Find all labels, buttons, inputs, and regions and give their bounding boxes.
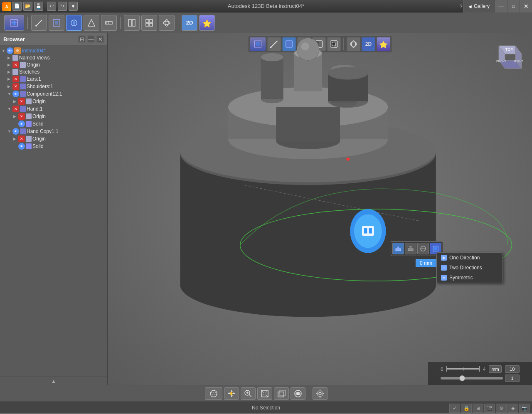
nav-orbit-btn[interactable] (205, 387, 222, 400)
tree-label-ears: Ears:1 (27, 76, 41, 82)
ears-box-icon (20, 76, 26, 82)
modify-btn[interactable] (66, 15, 82, 31)
tree-expand-handcopy1[interactable]: ▼ (7, 129, 12, 133)
measure-btn[interactable] (101, 15, 117, 31)
svg-marker-67 (397, 246, 400, 249)
material-icon[interactable]: ◈ (507, 404, 518, 413)
file-new-icon[interactable]: 📄 (12, 2, 22, 11)
bottom-toolbar: ✋ (0, 385, 532, 402)
view-home-btn[interactable] (4, 15, 24, 31)
tree-expand-comp12-origin[interactable]: ▶ (13, 99, 18, 104)
tree-expand-root[interactable]: ▼ (2, 49, 7, 53)
tree-item-handcopy1[interactable]: ▼ 👁 Hand Copy1:1 (0, 128, 107, 135)
gallery-tab[interactable]: ◀ Gallery (463, 0, 495, 12)
tree-item-hand1-solid[interactable]: 👁 Solid (0, 120, 107, 128)
tree-expand-named-views[interactable]: ▶ (7, 56, 12, 60)
tree-expand-hand1[interactable]: ▼ (7, 107, 12, 111)
tree-expand-sketches[interactable]: ▶ (7, 70, 12, 74)
tree-expand-hand1-origin[interactable]: ▶ (13, 114, 18, 118)
tree-label-handcopy1: Hand Copy1:1 (27, 128, 59, 134)
value-display: 0 mm (420, 260, 432, 266)
close-button[interactable]: ✕ (520, 0, 532, 12)
tree-item-shoulders[interactable]: ▶ ✕ Shoulders:1 (0, 83, 107, 90)
check-icon[interactable]: ✓ (449, 404, 460, 413)
construct-btn[interactable] (49, 15, 64, 31)
tree-item-ears[interactable]: ▶ ✕ Ears:1 (0, 75, 107, 83)
one-direction-option[interactable]: ▶ One Direction (437, 253, 502, 263)
2d-view-btn[interactable]: 2D (182, 15, 197, 31)
tree-item-component12[interactable]: ▼ 👁 Component12:1 (0, 90, 107, 98)
viewport[interactable]: 2D (108, 33, 532, 385)
snap-options-btn[interactable] (313, 387, 328, 400)
tree-item-root[interactable]: ▼ 👁 ⚙ instruct04* (0, 47, 107, 54)
tree-expand-origin[interactable]: ▶ (7, 63, 12, 67)
tree-expand-component12[interactable]: ▼ (7, 92, 12, 96)
svg-line-91 (261, 394, 264, 397)
browser-collapse-icon[interactable]: — (87, 35, 95, 43)
svg-rect-93 (278, 392, 284, 397)
browser-title: Browser (3, 36, 25, 42)
tree-expand-handcopy1-origin[interactable]: ▶ (13, 137, 18, 141)
redo-icon[interactable]: ↪ (58, 2, 67, 11)
svg-rect-64 (364, 228, 367, 233)
tree-item-handcopy1-origin[interactable]: ▶ ✕ Origin (0, 135, 107, 143)
symmetric-option[interactable]: ⇔ Symmetric (437, 273, 502, 283)
nav-box-btn[interactable] (274, 387, 289, 400)
svg-point-82 (210, 392, 217, 395)
orbit-btn[interactable] (159, 15, 175, 31)
status-icon1[interactable]: 📷 (519, 404, 530, 413)
browser-header: Browser ⊞ — ✕ (0, 33, 107, 45)
tree-item-hand1[interactable]: ▼ ✕ Hand:1 (0, 105, 107, 113)
root-icon: ⚙ (14, 47, 21, 54)
svg-point-51 (301, 42, 309, 50)
nav-look-btn[interactable] (291, 387, 305, 400)
tree-item-sketches[interactable]: ▶ Sketches (0, 69, 107, 75)
view-split-btn[interactable] (124, 15, 140, 31)
two-directions-option[interactable]: ↔ Two Directions (437, 263, 502, 273)
file-open-icon[interactable]: 📂 (23, 2, 32, 11)
zoom-value-display: 1 (505, 375, 520, 382)
svg-rect-13 (132, 20, 135, 26)
tree-item-named-views[interactable]: ▶ Named Views (0, 54, 107, 61)
symmetric-icon: ⇔ (441, 275, 447, 281)
zoom-slider-handle[interactable] (459, 375, 465, 381)
extrude-value-input[interactable]: 0 mm (416, 259, 436, 267)
tree-item-hand1-origin[interactable]: ▶ ✕ Origin (0, 113, 107, 120)
tree-expand-shoulders[interactable]: ▶ (7, 84, 12, 89)
pattern-btn[interactable] (84, 15, 99, 31)
view-quad-btn[interactable] (141, 15, 157, 31)
svg-point-19 (165, 20, 168, 26)
minimize-button[interactable]: — (495, 0, 507, 12)
hand1-origin-folder-icon (26, 113, 32, 119)
browser-grid-icon[interactable]: ⊞ (78, 35, 86, 43)
nav-zoom-btn[interactable] (241, 387, 256, 400)
grid-icon[interactable]: ⊞ (473, 404, 483, 413)
svg-rect-16 (146, 23, 149, 26)
maximize-button[interactable]: □ (507, 0, 520, 12)
nav-pan-btn[interactable]: ✋ (224, 387, 239, 400)
tree-item-handcopy1-solid[interactable]: 👁 Solid (0, 143, 107, 150)
extrude-subtract-btn[interactable] (405, 243, 416, 254)
view-cube[interactable]: TOP FRONT RIGHT (486, 37, 528, 79)
svg-line-92 (266, 394, 268, 397)
settings-icon[interactable]: ⚙ (496, 404, 507, 413)
tree-expand-ears[interactable]: ▶ (7, 77, 12, 81)
zoom-slider[interactable] (441, 377, 503, 380)
ruler-scale-bar (446, 368, 480, 370)
browser-close-icon[interactable]: ✕ (96, 35, 104, 43)
extrude-type-btn[interactable] (392, 243, 404, 254)
undo-icon[interactable]: ↩ (47, 2, 56, 11)
scene-icon[interactable]: 🎬 (484, 404, 495, 413)
one-direction-label: One Direction (449, 255, 480, 261)
lock-icon[interactable]: 🔒 (461, 404, 472, 413)
svg-line-4 (36, 20, 42, 26)
more-icon[interactable]: ▼ (69, 2, 78, 11)
tree-item-comp12-origin[interactable]: ▶ ✕ Origin (0, 98, 107, 105)
nav-fit-btn[interactable] (257, 387, 272, 400)
tree-item-origin[interactable]: ▶ ✕ Origin (0, 61, 107, 69)
render-btn[interactable] (199, 15, 215, 31)
status-icons: ✓ 🔒 ⊞ 🎬 ⚙ ◈ 📷 (447, 402, 532, 414)
extrude-intersect-btn[interactable] (417, 243, 429, 254)
sketch-tool-btn[interactable] (31, 15, 47, 31)
file-save-icon[interactable]: 💾 (34, 2, 43, 11)
